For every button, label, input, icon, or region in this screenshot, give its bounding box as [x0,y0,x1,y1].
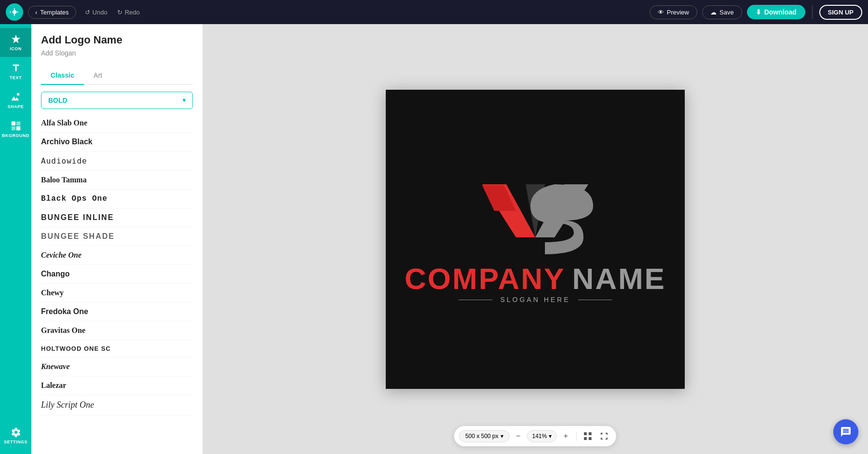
sidebar-settings-label: SETTINGS [4,440,27,444]
main-layout: ICON TEXT SHAPE BKGROUND SETTINGS Add Lo… [0,24,868,454]
svg-rect-4 [11,126,15,130]
redo-button[interactable]: ↻ Redo [113,6,144,18]
history-controls: ↺ Undo ↻ Redo [81,6,144,18]
font-item-black-ops-one[interactable]: Black Ops One [41,190,193,208]
sidebar-item-bkground[interactable]: BKGROUND [0,115,31,144]
font-item-bungee-inline[interactable]: BUNGEE INLINE [41,208,193,227]
panel-slogan: Add Slogan [41,49,193,57]
panel-title: Add Logo Name [41,34,193,46]
back-arrow-icon: ‹ [35,9,37,16]
plus-icon: + [564,432,568,440]
font-item-chango[interactable]: Chango [41,265,193,284]
download-label: Download [764,8,797,16]
redo-icon: ↻ [117,9,122,16]
panel-tabs: Classic Art [41,67,193,85]
zoom-out-button[interactable]: − [512,429,525,443]
font-item-ceviche-one[interactable]: Ceviche One [41,246,193,265]
topbar-divider [812,5,813,19]
cloud-icon: ☁ [710,9,717,16]
svg-rect-5 [16,126,20,130]
svg-rect-2 [11,122,15,125]
slogan-line-left [459,300,492,300]
topbar: ‹ Templates ↺ Undo ↻ Redo 👁 Preview ☁ Sa… [0,0,868,24]
preview-label: Preview [667,9,689,16]
sidebar-item-text[interactable]: TEXT [0,57,31,86]
redo-label: Redo [125,9,140,16]
save-label: Save [719,9,734,16]
canvas-size-button[interactable]: 500 x 500 px ▾ [459,430,510,442]
font-item-audiowide[interactable]: Audiowide [41,151,193,171]
font-item-alfa-slab-one[interactable]: Alfa Slab One [41,114,193,133]
zoom-level-label: 141% [532,433,547,440]
chat-icon [840,426,852,438]
chevron-down-icon-zoom: ▾ [549,433,552,440]
slogan-line-right [578,300,612,300]
grid-icon [584,432,592,440]
svg-rect-12 [584,437,587,440]
left-panel-header: Add Logo Name Add Slogan [31,24,203,62]
font-item-baloo-tamma[interactable]: Baloo Tamma [41,171,193,190]
sidebar-item-settings[interactable]: SETTINGS [0,421,31,450]
left-panel: Add Logo Name Add Slogan Classic Art BOL… [31,24,203,454]
tab-classic[interactable]: Classic [41,67,84,85]
font-item-bungee-shade[interactable]: BUNGEE SHADE [41,227,193,246]
svg-rect-13 [589,437,592,440]
canvas-container[interactable]: COMPANY NAME SLOGAN HERE [386,90,685,389]
minus-icon: − [516,432,520,440]
company-name-gray: NAME [572,261,666,296]
tab-classic-label: Classic [51,71,74,79]
canvas-size-label: 500 x 500 px [465,433,499,440]
download-icon: ⬇ [756,8,761,16]
chat-bubble-button[interactable] [833,419,858,444]
tab-art-label: Art [94,71,102,79]
svg-rect-10 [584,432,587,435]
zoom-level-button[interactable]: 141% ▾ [527,430,557,442]
undo-icon: ↺ [85,9,90,16]
svg-point-1 [16,93,19,96]
signup-button[interactable]: SIGN UP [819,5,862,20]
sidebar-item-shape[interactable]: SHAPE [0,86,31,115]
font-item-lalezar[interactable]: Lalezar [41,376,193,395]
font-item-chewy[interactable]: Chewy [41,284,193,303]
sidebar-item-icon[interactable]: ICON [0,28,31,57]
company-name-row: COMPANY NAME [405,261,666,296]
font-item-knewave[interactable]: Knewave [41,358,193,376]
font-item-holtwood-one-sc[interactable]: HOLTWOOD ONE SC [41,340,193,358]
font-category-dropdown[interactable]: BOLD REGULAR ITALIC LIGHT [41,92,193,109]
zoom-in-button[interactable]: + [559,429,572,443]
save-button[interactable]: ☁ Save [702,5,742,19]
topbar-right-actions: 👁 Preview ☁ Save ⬇ Download SIGN UP [650,5,862,20]
font-list: Alfa Slab One Archivo Black Audiowide Ba… [31,114,203,454]
undo-button[interactable]: ↺ Undo [81,6,111,18]
svg-rect-3 [16,122,20,125]
fit-icon [600,432,608,440]
font-item-gravitas-one[interactable]: Gravitas One [41,321,193,340]
canvas-area: COMPANY NAME SLOGAN HERE 500 x 500 px ▾ … [203,24,868,454]
toolbar-divider [576,431,577,441]
font-item-archivo-black[interactable]: Archivo Black [41,133,193,151]
download-button[interactable]: ⬇ Download [747,5,805,19]
templates-label: Templates [40,9,68,16]
sidebar-shape-label: SHAPE [8,104,24,109]
chevron-down-icon: ▾ [501,433,503,440]
eye-icon: 👁 [658,9,664,16]
sidebar-text-label: TEXT [10,75,22,80]
logo-icon-svg [468,175,603,261]
font-category-wrapper: BOLD REGULAR ITALIC LIGHT ▼ [41,92,193,109]
tab-art[interactable]: Art [84,67,112,85]
icon-sidebar: ICON TEXT SHAPE BKGROUND SETTINGS [0,24,31,454]
undo-label: Undo [93,9,108,16]
font-item-lily-script-one[interactable]: Lily Script One [41,395,193,415]
canvas-bottom-toolbar: 500 x 500 px ▾ − 141% ▾ + [454,426,616,446]
app-logo[interactable] [6,3,23,21]
canvas-fit-button[interactable] [597,429,611,443]
company-name-red: COMPANY [405,261,565,296]
svg-rect-11 [589,432,592,435]
dropdown-area: BOLD REGULAR ITALIC LIGHT ▼ [31,85,203,114]
canvas-grid-button[interactable] [581,429,595,443]
sidebar-bkground-label: BKGROUND [2,133,29,138]
font-item-fredoka-one[interactable]: Fredoka One [41,303,193,321]
signup-label: SIGN UP [828,9,854,16]
templates-button[interactable]: ‹ Templates [28,6,76,19]
preview-button[interactable]: 👁 Preview [650,5,697,19]
